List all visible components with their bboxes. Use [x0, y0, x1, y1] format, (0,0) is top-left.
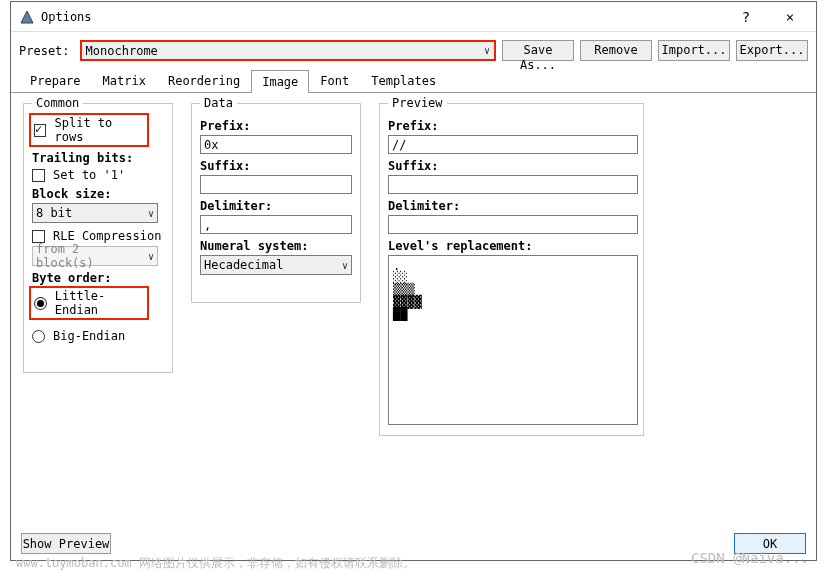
- data-prefix-label: Prefix:: [200, 119, 352, 133]
- trailing-bits-label: Trailing bits:: [32, 151, 164, 165]
- split-rows-checkbox[interactable]: [34, 124, 46, 137]
- numeral-system-value: Hecadecimal: [204, 258, 283, 272]
- preview-delim-label: Delimiter:: [388, 199, 635, 213]
- group-common: Common Split to rows Trailing bits: Set …: [23, 103, 173, 373]
- export-button[interactable]: Export...: [736, 40, 808, 61]
- pattern-preview: .░░▒▒▒▓▓▓▓██: [393, 260, 633, 320]
- preview-prefix-input[interactable]: [388, 135, 638, 154]
- rle-label: RLE Compression: [53, 229, 161, 243]
- preview-suffix-input[interactable]: [388, 175, 638, 194]
- data-prefix-input[interactable]: [200, 135, 352, 154]
- rle-from-select: from 2 block(s) ∨: [32, 246, 158, 266]
- data-suffix-input[interactable]: [200, 175, 352, 194]
- preview-prefix-label: Prefix:: [388, 119, 635, 133]
- import-button[interactable]: Import...: [658, 40, 730, 61]
- preview-levels-label: Level's replacement:: [388, 239, 635, 253]
- big-endian-radio[interactable]: [32, 330, 45, 343]
- little-endian-radio[interactable]: [34, 297, 47, 310]
- data-delim-input[interactable]: [200, 215, 352, 234]
- watermark-csdn: CSDN @Naiva...: [691, 550, 809, 566]
- chevron-down-icon: ∨: [142, 208, 154, 219]
- set-to-1-label: Set to '1': [53, 168, 125, 182]
- app-icon: [19, 9, 35, 25]
- chevron-down-icon: ∨: [478, 45, 490, 56]
- legend-common: Common: [32, 96, 83, 110]
- set-to-1-checkbox[interactable]: [32, 169, 45, 182]
- tab-font[interactable]: Font: [309, 69, 360, 92]
- preview-suffix-label: Suffix:: [388, 159, 635, 173]
- legend-data: Data: [200, 96, 237, 110]
- rle-from-value: from 2 block(s): [36, 242, 142, 270]
- legend-preview: Preview: [388, 96, 447, 110]
- rle-checkbox[interactable]: [32, 230, 45, 243]
- data-ns-label: Numeral system:: [200, 239, 352, 253]
- tab-prepare[interactable]: Prepare: [19, 69, 92, 92]
- little-endian-label: Little-Endian: [55, 289, 144, 317]
- data-delim-label: Delimiter:: [200, 199, 352, 213]
- preset-label: Preset:: [19, 44, 70, 58]
- close-button[interactable]: ×: [768, 2, 812, 32]
- preset-select[interactable]: Monochrome ∨: [80, 40, 496, 61]
- help-button[interactable]: ?: [724, 2, 768, 32]
- block-size-select[interactable]: 8 bit ∨: [32, 203, 158, 223]
- titlebar: Options ? ×: [11, 2, 816, 32]
- group-preview: Preview Prefix: Suffix: Delimiter: Level…: [379, 103, 644, 436]
- block-size-label: Block size:: [32, 187, 164, 201]
- data-suffix-label: Suffix:: [200, 159, 352, 173]
- chevron-down-icon: ∨: [336, 260, 348, 271]
- group-data: Data Prefix: Suffix: Delimiter: Numeral …: [191, 103, 361, 303]
- watermark: www.toymoban.com 网络图片仅供展示，非存储，如有侵权请联系删除。: [16, 555, 415, 572]
- levels-replacement-input[interactable]: .░░▒▒▒▓▓▓▓██: [388, 255, 638, 425]
- tabs: Prepare Matrix Reordering Image Font Tem…: [11, 69, 816, 93]
- big-endian-label: Big-Endian: [53, 329, 125, 343]
- byte-order-label: Byte order:: [32, 271, 164, 285]
- show-preview-button[interactable]: Show Preview: [21, 533, 111, 554]
- save-as-button[interactable]: Save As...: [502, 40, 574, 61]
- chevron-down-icon: ∨: [142, 251, 154, 262]
- split-rows-label: Split to rows: [54, 116, 144, 144]
- tab-templates[interactable]: Templates: [360, 69, 447, 92]
- block-size-value: 8 bit: [36, 206, 72, 220]
- preset-value: Monochrome: [86, 44, 158, 58]
- numeral-system-select[interactable]: Hecadecimal ∨: [200, 255, 352, 275]
- tab-image[interactable]: Image: [251, 70, 309, 93]
- tab-reordering[interactable]: Reordering: [157, 69, 251, 92]
- window-title: Options: [41, 10, 724, 24]
- remove-button[interactable]: Remove: [580, 40, 652, 61]
- preview-delim-input[interactable]: [388, 215, 638, 234]
- tab-matrix[interactable]: Matrix: [92, 69, 157, 92]
